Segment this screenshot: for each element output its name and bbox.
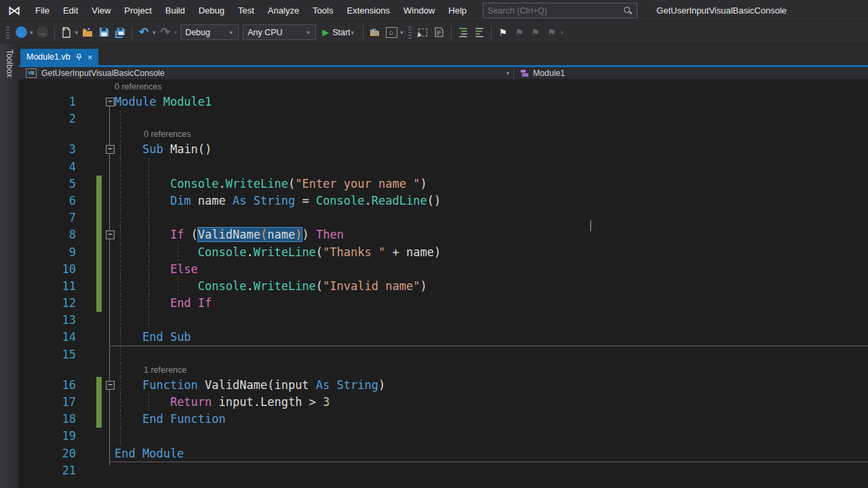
code-line[interactable]: End If <box>115 295 212 312</box>
start-dropdown[interactable]: ▾ <box>351 29 355 36</box>
comment-button[interactable] <box>471 24 488 41</box>
save-icon <box>99 27 109 37</box>
redo-button[interactable]: ↷ <box>157 24 174 41</box>
save-all-button[interactable] <box>112 24 128 41</box>
change-tracking-bar <box>96 411 102 428</box>
line-number: 1 <box>19 94 76 110</box>
undo-icon: ↶ <box>139 26 149 38</box>
code-editor[interactable]: 0 references1−Module Module120 reference… <box>19 80 868 488</box>
quick-search[interactable] <box>483 3 637 18</box>
code-line[interactable]: Function ValidName(input As String) <box>115 377 385 394</box>
codelens-row: 0 references <box>19 127 868 141</box>
collapse-toggle[interactable]: − <box>106 98 115 106</box>
chevron-down-icon: ▾ <box>506 70 509 77</box>
clear-bookmarks-button[interactable]: ⚑ <box>544 24 560 41</box>
codelens-row: 0 references <box>19 80 868 94</box>
code-line[interactable]: Return input.Length > 3 <box>115 394 330 411</box>
sync-active-document-button[interactable]: ⌂ <box>383 24 399 41</box>
next-bookmark-button[interactable]: ⚑ <box>528 24 544 41</box>
change-tracking-bar <box>96 377 102 394</box>
solution-configuration-select[interactable]: Debug▾ <box>180 24 239 40</box>
code-line[interactable]: Console.WriteLine("Enter your name ") <box>115 176 427 192</box>
code-line[interactable]: End Module <box>115 445 184 462</box>
code-line[interactable]: End Sub <box>115 329 191 346</box>
menu-item-view[interactable]: View <box>85 0 117 22</box>
collapse-toggle[interactable]: − <box>106 230 115 239</box>
menu-item-build[interactable]: Build <box>159 0 192 22</box>
find-in-files-icon <box>370 27 380 37</box>
start-debugging-button[interactable]: ▶ Start ▾ <box>322 27 355 37</box>
tab-label: Module1.vb <box>26 52 71 62</box>
sync-dropdown[interactable]: ▾ <box>400 29 403 36</box>
redo-dropdown[interactable]: ▾ <box>174 29 178 36</box>
chevron-down-icon: ▾ <box>230 29 233 36</box>
line-number: 13 <box>19 312 76 329</box>
overflow-chevron-icon[interactable]: ▾ <box>561 29 564 36</box>
undo-button[interactable]: ↶ <box>136 24 152 41</box>
next-bookmark-icon: ⚑ <box>531 27 540 38</box>
solution-platform-select[interactable]: Any CPU▾ <box>243 24 316 40</box>
menu-item-window[interactable]: Window <box>397 0 441 22</box>
navigate-forward-button[interactable]: → <box>35 24 51 41</box>
code-row: 21 <box>19 462 868 479</box>
code-line[interactable]: If (ValidName(name)) Then <box>115 226 344 243</box>
indent-guide <box>120 428 121 445</box>
toolbar-grip[interactable] <box>408 26 412 39</box>
toolbar-grip[interactable] <box>6 26 9 39</box>
line-number: 14 <box>19 329 76 346</box>
code-line[interactable]: Console.WriteLine("Invalid name") <box>115 278 427 295</box>
project-dropdown[interactable]: VB GetUserInputVisualBasicConsole ▾ <box>0 68 513 78</box>
line-number: 15 <box>19 346 76 363</box>
search-input[interactable] <box>484 6 623 16</box>
code-line[interactable]: Else <box>115 261 198 278</box>
change-tracking-bar <box>96 278 102 295</box>
menu-item-edit[interactable]: Edit <box>56 0 85 22</box>
find-in-files-button[interactable] <box>367 24 383 41</box>
menu-item-debug[interactable]: Debug <box>192 0 231 22</box>
codelens-references[interactable]: 1 reference <box>144 363 186 377</box>
line-number: 8 <box>19 226 76 243</box>
open-file-button[interactable] <box>79 24 96 41</box>
navigate-back-button[interactable]: ← <box>13 24 29 41</box>
scope-dropdown[interactable]: Module1 <box>513 67 868 79</box>
collapse-toggle[interactable]: − <box>106 145 115 154</box>
toggle-bookmark-button[interactable]: ⚑ <box>495 24 511 41</box>
change-tracking-bar <box>96 209 102 226</box>
code-row: 2 <box>19 110 868 127</box>
nav-back-dropdown[interactable]: ▾ <box>30 29 33 36</box>
menu-item-analyze[interactable]: Analyze <box>261 0 306 22</box>
redo-icon: ↷ <box>160 26 170 38</box>
save-button[interactable] <box>96 24 112 41</box>
toolbox-collapsed-tab[interactable]: Toolbox <box>0 43 19 488</box>
menu-item-tools[interactable]: Tools <box>306 0 340 22</box>
codelens-references[interactable]: 0 references <box>144 127 191 141</box>
menu-item-test[interactable]: Test <box>231 0 261 22</box>
menu-item-file[interactable]: File <box>28 0 56 22</box>
format-document-button[interactable] <box>431 24 448 41</box>
save-all-icon <box>115 27 126 38</box>
code-rows: 0 references1−Module Module120 reference… <box>19 80 868 479</box>
menu-item-project[interactable]: Project <box>117 0 158 22</box>
codelens-references[interactable]: 0 references <box>115 80 161 94</box>
new-file-button[interactable] <box>58 24 75 41</box>
code-line[interactable]: Module Module1 <box>115 94 212 110</box>
pin-icon[interactable] <box>76 54 82 61</box>
indent-button[interactable] <box>455 24 471 41</box>
selection-mode-button[interactable] <box>415 24 431 41</box>
change-tracking-bar <box>96 192 102 209</box>
menu-item-extensions[interactable]: Extensions <box>340 0 397 22</box>
code-row: 3− Sub Main() <box>19 141 868 158</box>
menu-item-help[interactable]: Help <box>441 0 473 22</box>
collapse-toggle[interactable]: − <box>106 381 115 390</box>
new-file-dropdown[interactable]: ▾ <box>75 29 79 36</box>
indent-guide <box>120 159 121 176</box>
code-line[interactable]: End Function <box>115 411 226 428</box>
comment-lines-icon <box>475 28 484 37</box>
code-line[interactable]: Sub Main() <box>115 141 212 158</box>
undo-dropdown[interactable]: ▾ <box>153 29 156 36</box>
prev-bookmark-button[interactable]: ⚑ <box>511 24 528 41</box>
close-icon[interactable]: × <box>87 54 93 61</box>
code-line[interactable]: Console.WriteLine("Thanks " + name) <box>115 244 441 261</box>
code-line[interactable]: Dim name As String = Console.ReadLine() <box>115 192 441 209</box>
tab-module1vb[interactable]: Module1.vb × <box>20 49 98 65</box>
